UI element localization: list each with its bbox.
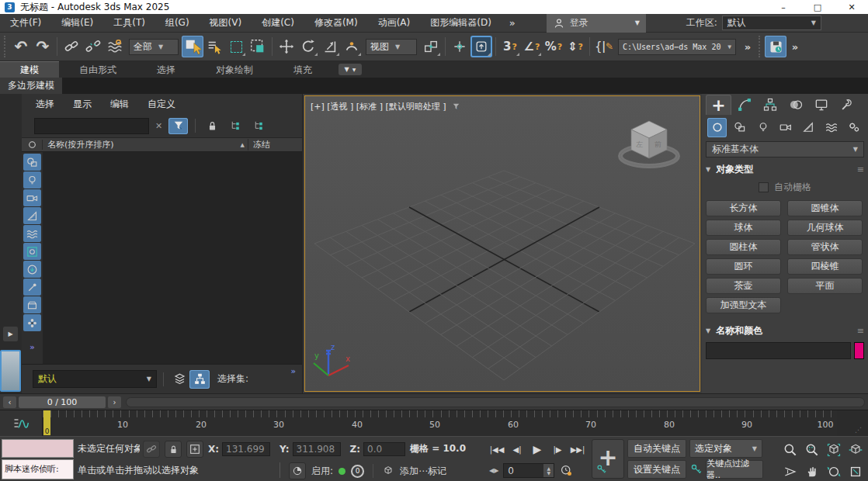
project-folder-dropdown[interactable]: C:\Users\ad⋯ds Max 2025 ▼ <box>618 39 736 55</box>
name-color-rollout-header[interactable]: ▼ 名称和颜色 ≡ <box>706 324 864 337</box>
ribbon-tab-object-paint[interactable]: 对象绘制 <box>196 62 273 78</box>
tab-hierarchy[interactable] <box>757 95 783 115</box>
menu-tools[interactable]: 工具(T) <box>103 14 155 32</box>
go-to-end-button[interactable]: ▶▶| <box>568 441 587 458</box>
tab-utilities[interactable] <box>834 95 859 115</box>
toolbar-drag-handle[interactable] <box>4 36 8 57</box>
autosave-button[interactable] <box>765 36 786 57</box>
tab-modify[interactable] <box>731 95 757 115</box>
spinner-snap-toggle[interactable]: ⇕? <box>564 36 586 57</box>
maxscript-mini-listener[interactable] <box>2 439 74 458</box>
category-geometry-button[interactable] <box>707 118 727 137</box>
viewport-layout-tab[interactable] <box>0 350 21 392</box>
tube-button[interactable]: 管状体 <box>787 239 863 255</box>
zoom-button[interactable] <box>779 439 800 460</box>
rollout-menu-icon[interactable]: ≡ <box>857 326 864 336</box>
clear-search-icon[interactable]: ✕ <box>153 121 165 131</box>
menu-modifiers[interactable]: 修改器(M) <box>304 14 368 32</box>
isolate-selection-toggle[interactable] <box>289 462 306 479</box>
filter-helpers-button[interactable] <box>23 207 41 224</box>
perspective-viewport[interactable]: [+] [透视 ] [标准 ] [默认明暗处理 ] 左 前 <box>304 95 700 392</box>
filter-lights-button[interactable] <box>23 171 41 189</box>
select-and-manipulate-button[interactable] <box>449 36 470 57</box>
filter-groups-button[interactable] <box>23 296 41 313</box>
z-coordinate-field[interactable]: 0.0 <box>363 442 405 456</box>
layer-explorer-button[interactable] <box>170 371 189 387</box>
category-spacewarps-button[interactable] <box>821 118 841 137</box>
add-time-tag[interactable]: 添加⋯标记 <box>400 465 446 478</box>
menu-file[interactable]: 文件(F) <box>0 14 51 32</box>
menu-views[interactable]: 视图(V) <box>200 14 252 32</box>
teapot-button[interactable]: 茶壶 <box>706 278 781 294</box>
use-pivot-point-center-button[interactable] <box>420 36 442 57</box>
explorer-menu-edit[interactable]: 编辑 <box>110 95 129 113</box>
previous-key-button[interactable]: ◀| <box>508 441 526 458</box>
menu-edit[interactable]: 编辑(E) <box>51 14 103 32</box>
visibility-column-header[interactable] <box>22 140 43 150</box>
orbit-button[interactable] <box>823 461 844 481</box>
polygon-modeling-panel[interactable]: 多边形建模 <box>0 78 62 94</box>
tab-create[interactable]: + <box>706 95 731 115</box>
current-frame-field[interactable]: 0 ▲▼ <box>503 463 554 478</box>
select-object-button[interactable] <box>182 36 203 57</box>
rollout-menu-icon[interactable]: ≡ <box>857 164 864 175</box>
category-cameras-button[interactable] <box>776 118 795 137</box>
reference-coordinate-dropdown[interactable]: 视图 ▼ <box>366 39 417 55</box>
ribbon-tab-populate[interactable]: 填充 <box>273 62 332 78</box>
auto-key-button[interactable]: 自动关键点 <box>627 439 686 458</box>
menu-graph-editors[interactable]: 图形编辑器(D) <box>420 14 502 32</box>
explorer-overflow[interactable]: » <box>291 367 296 375</box>
edit-named-selection-sets-button[interactable]: {ǀ✎ <box>593 36 615 57</box>
filter-cameras-button[interactable] <box>23 189 41 206</box>
selected-objects-dropdown[interactable]: 选定对象▼ <box>689 439 762 458</box>
primitive-category-dropdown[interactable]: 标准基本体 ▼ <box>706 141 864 157</box>
scene-explorer-mode-button[interactable] <box>189 370 210 389</box>
time-configuration-button[interactable] <box>559 463 574 478</box>
freeze-column-header[interactable]: 冻结 <box>248 139 302 151</box>
object-name-input[interactable] <box>706 342 851 359</box>
explorer-menu-select[interactable]: 选择 <box>36 95 54 113</box>
select-and-link-button[interactable] <box>61 36 82 57</box>
undo-button[interactable]: ↶ <box>10 36 32 57</box>
selection-filter-dropdown[interactable]: 全部 ▼ <box>129 39 179 55</box>
play-button[interactable]: ▶ <box>528 441 547 458</box>
filter-containers-button[interactable] <box>23 261 41 278</box>
autogrid-checkbox[interactable] <box>759 182 769 192</box>
textplus-button[interactable]: 加强型文本 <box>706 297 781 313</box>
menu-create[interactable]: 创建(C) <box>252 14 304 32</box>
absolute-mode-toggle[interactable] <box>186 441 203 458</box>
resize-grip[interactable]: ⋰ <box>855 426 863 434</box>
zoom-all-button[interactable] <box>801 439 822 460</box>
expand-panel-button[interactable]: ▶ <box>3 327 18 341</box>
object-type-rollout-header[interactable]: ▼ 对象类型 ≡ <box>706 163 864 176</box>
filter-bones-button[interactable] <box>23 279 41 296</box>
field-of-view-button[interactable] <box>779 461 800 481</box>
cone-button[interactable]: 圆锥体 <box>787 200 863 216</box>
ribbon-tab-modeling[interactable]: 建模 <box>0 61 59 78</box>
sphere-button[interactable]: 球体 <box>706 220 781 236</box>
plane-button[interactable]: 平面 <box>787 278 863 294</box>
redo-button[interactable]: ↷ <box>32 36 54 57</box>
select-and-move-button[interactable] <box>276 36 297 57</box>
menu-group[interactable]: 组(G) <box>155 14 200 32</box>
window-crossing-toggle[interactable] <box>247 36 269 57</box>
box-button[interactable]: 长方体 <box>706 200 781 216</box>
login-dropdown[interactable]: 登录 ▼ <box>547 14 646 33</box>
explorer-menu-display[interactable]: 显示 <box>73 95 92 113</box>
key-filter-icon[interactable] <box>689 462 703 476</box>
previous-frame-button[interactable]: ‹ <box>3 396 16 408</box>
explorer-menu-customize[interactable]: 自定义 <box>148 95 175 113</box>
snap-3d-toggle[interactable]: 3? <box>499 36 521 57</box>
menu-overflow[interactable]: » <box>502 17 523 29</box>
select-and-place-button[interactable] <box>341 36 363 57</box>
filter-spacewarps-button[interactable] <box>23 225 41 242</box>
unlink-selection-button[interactable] <box>82 36 104 57</box>
select-by-name-button[interactable] <box>203 36 225 57</box>
next-key-button[interactable]: |▶ <box>548 441 567 458</box>
set-key-button[interactable]: 设置关键点 <box>627 460 686 479</box>
select-and-scale-button[interactable] <box>319 36 341 57</box>
mini-curve-editor-button[interactable] <box>0 410 43 437</box>
viewcube[interactable]: 左 前 <box>613 113 686 174</box>
explorer-object-list[interactable]: » <box>22 152 302 364</box>
cylinder-button[interactable]: 圆柱体 <box>706 239 781 255</box>
